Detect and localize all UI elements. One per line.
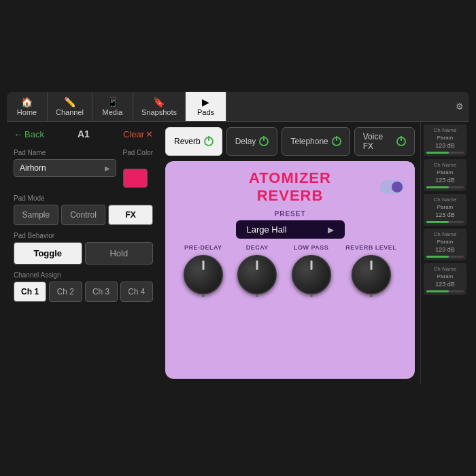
- channel-assign-label: Channel Assign: [14, 271, 153, 279]
- reverb-plugin: ATOMIZER REVERB PRESET Large Hall ▶: [165, 161, 415, 379]
- predelay-dot: [202, 294, 205, 297]
- ch-strip-5-param: Param: [426, 273, 464, 279]
- plugin-title-atomizer: ATOMIZER: [249, 169, 331, 186]
- reverblevel-label: REVERB LEVEL: [345, 244, 396, 251]
- media-icon: 📱: [107, 97, 118, 107]
- telephone-tab-label: Telephone: [290, 137, 328, 146]
- knobs-row: PRE-DELAY DECAY LOW PASS: [176, 244, 404, 297]
- decay-knob[interactable]: [237, 255, 277, 294]
- ch-strip-4-param: Param: [426, 239, 464, 245]
- reverblevel-dot: [370, 294, 373, 297]
- ch-strip-1-name: Ch Name: [426, 127, 464, 133]
- mode-control[interactable]: Control: [61, 205, 106, 225]
- nav-channel-label: Channel: [56, 108, 84, 116]
- preset-label: PRESET: [274, 210, 305, 218]
- ch-strip-5: Ch Name Param 123 dB: [424, 263, 466, 295]
- channel-1-button[interactable]: Ch 1: [14, 282, 46, 302]
- pad-name-label: Pad Name: [14, 149, 116, 156]
- predelay-knob[interactable]: [184, 255, 223, 294]
- fx-tab-reverb[interactable]: Reverb: [165, 127, 222, 156]
- channel-4-button[interactable]: Ch 4: [120, 282, 153, 302]
- reverb-power-icon: [204, 137, 214, 146]
- ch-strip-3-meter: [426, 221, 464, 223]
- settings-icon[interactable]: ⚙: [456, 101, 464, 112]
- home-icon: 🏠: [21, 97, 33, 107]
- behavior-row: Toggle Hold: [14, 242, 153, 265]
- behavior-hold[interactable]: Hold: [85, 242, 154, 265]
- channel-3-button[interactable]: Ch 3: [85, 282, 118, 302]
- ch-strip-2-param: Param: [426, 169, 464, 175]
- pad-behavior-section: Pad Behavior Toggle Hold: [14, 232, 153, 265]
- fx-tab-delay[interactable]: Delay: [226, 127, 278, 156]
- pad-behavior-label: Pad Behavior: [14, 232, 153, 239]
- reverb-tab-label: Reverb: [174, 137, 201, 146]
- plugin-title: ATOMIZER REVERB: [249, 169, 331, 205]
- pad-id: A1: [78, 129, 90, 139]
- nav-home-label: Home: [17, 108, 37, 116]
- back-arrow-icon: ←: [14, 129, 22, 139]
- pad-mode-section: Pad Mode Sample Control FX: [14, 194, 153, 225]
- knob-reverblevel: REVERB LEVEL: [345, 244, 396, 294]
- nav-snapshots[interactable]: 🔖 Snapshots: [133, 92, 186, 121]
- nav-snapshots-label: Snapshots: [141, 108, 177, 116]
- reverblevel-knob[interactable]: [352, 255, 391, 294]
- nav-status: ⚙: [450, 101, 469, 112]
- ch-strip-1-value: 123 dB: [426, 142, 464, 149]
- decay-label: DECAY: [246, 244, 269, 251]
- knob-decay: DECAY: [237, 244, 277, 294]
- ch-strip-4-meter: [426, 256, 464, 258]
- nav-pads[interactable]: ▶ Pads: [186, 92, 226, 121]
- nav-media-label: Media: [103, 108, 123, 116]
- channel-row: Ch 1 Ch 2 Ch 3 Ch 4: [14, 282, 153, 302]
- pad-name-value: Airhorn: [20, 163, 46, 173]
- delay-power-icon: [259, 137, 269, 146]
- pad-name-arrow-icon: ▶: [105, 165, 110, 172]
- channel-2-button[interactable]: Ch 2: [49, 282, 82, 302]
- voicefx-tab-label: Voice FX: [363, 132, 393, 151]
- back-label: Back: [24, 129, 44, 139]
- back-button[interactable]: ← Back: [14, 129, 44, 139]
- plugin-header: ATOMIZER REVERB: [176, 169, 404, 205]
- knob-lowpass: LOW PASS: [292, 244, 331, 294]
- pad-mode-row: Sample Control FX: [14, 205, 153, 225]
- preset-selector[interactable]: Large Hall ▶: [236, 220, 345, 239]
- lowpass-dot: [310, 294, 313, 297]
- ch-strip-1-meter: [426, 152, 464, 154]
- telephone-power-icon: [332, 137, 341, 146]
- ch-strip-5-meter: [426, 290, 464, 292]
- fx-tab-telephone[interactable]: Telephone: [282, 127, 350, 156]
- delay-tab-label: Delay: [235, 137, 256, 146]
- pad-name-color-row: Pad Name Airhorn ▶ Pad Color: [14, 149, 153, 188]
- ch-strip-2-name: Ch Name: [426, 162, 464, 168]
- fx-tabs: Reverb Delay Telephone Voice FX: [165, 127, 415, 156]
- clear-label: Clear: [123, 129, 144, 139]
- fx-tab-voicefx[interactable]: Voice FX: [354, 127, 415, 156]
- ch-strip-1-param: Param: [426, 135, 464, 141]
- mode-fx[interactable]: FX: [108, 205, 153, 225]
- pad-color-swatch[interactable]: [123, 169, 148, 188]
- lowpass-label: LOW PASS: [294, 244, 328, 251]
- right-panel: Ch Name Param 123 dB Ch Name Param 123 d…: [420, 122, 469, 384]
- pad-mode-label: Pad Mode: [14, 194, 153, 202]
- channel-assign-section: Channel Assign Ch 1 Ch 2 Ch 3 Ch 4: [14, 271, 153, 302]
- center-panel: Reverb Delay Telephone Voice FX: [160, 122, 420, 384]
- ch-strip-4: Ch Name Param 123 dB: [424, 228, 466, 260]
- ch-strip-3-value: 123 dB: [426, 211, 464, 218]
- knob-predelay: PRE-DELAY: [184, 244, 223, 294]
- plugin-toggle[interactable]: [379, 180, 404, 194]
- clear-x-icon: ✕: [146, 129, 153, 139]
- lowpass-knob[interactable]: [292, 255, 331, 294]
- mode-sample[interactable]: Sample: [14, 205, 58, 225]
- plugin-title-reverb: REVERB: [257, 187, 324, 204]
- voicefx-power-icon: [396, 137, 406, 146]
- nav-home[interactable]: 🏠 Home: [7, 92, 48, 121]
- pad-name-field[interactable]: Airhorn ▶: [14, 159, 116, 177]
- clear-button[interactable]: Clear ✕: [123, 129, 153, 139]
- preset-name: Large Hall: [247, 224, 287, 235]
- behavior-toggle[interactable]: Toggle: [14, 242, 82, 265]
- ch-strip-5-value: 123 dB: [426, 281, 464, 288]
- nav-bar: 🏠 Home ✏️ Channel 📱 Media 🔖 Snapshots ▶ …: [7, 92, 469, 122]
- nav-channel[interactable]: ✏️ Channel: [48, 92, 92, 121]
- ch-strip-3-param: Param: [426, 204, 464, 210]
- nav-media[interactable]: 📱 Media: [92, 92, 133, 121]
